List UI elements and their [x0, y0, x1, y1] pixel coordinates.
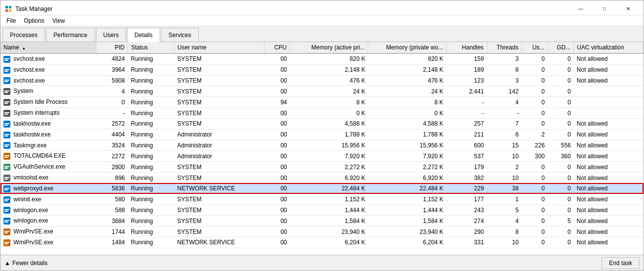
process-name: Taskmgr.exe: [13, 142, 46, 149]
cell-username: SYSTEM: [174, 86, 264, 97]
end-task-button[interactable]: End task: [601, 257, 640, 269]
fewer-details-button[interactable]: ▲ Fewer details: [4, 260, 47, 267]
cell-name: VGAuthService.exe: [0, 162, 96, 173]
cell-cpu: 00: [264, 205, 290, 216]
maximize-button[interactable]: □: [593, 4, 616, 14]
minimize-button[interactable]: —: [569, 4, 592, 14]
table-row[interactable]: System Idle Process 0 Running SYSTEM 94 …: [0, 97, 644, 108]
tab-details[interactable]: Details: [127, 28, 160, 42]
process-icon: [3, 153, 10, 160]
cell-pid: -: [96, 108, 128, 119]
close-button[interactable]: ✕: [617, 4, 640, 14]
table-row[interactable]: svchost.exe 3964 Running SYSTEM 00 2,148…: [0, 64, 644, 75]
process-icon: [3, 88, 10, 95]
table-row[interactable]: winlogon.exe 3684 Running SYSTEM 00 1,58…: [0, 216, 644, 226]
process-table-container[interactable]: Name ▲ PID Status User name CPU Memory (…: [0, 42, 644, 255]
cell-threads: 4: [487, 97, 521, 108]
table-row[interactable]: svchost.exe 5908 Running SYSTEM 00 476 K…: [0, 75, 644, 86]
col-header-uac[interactable]: UAC virtualization: [574, 42, 644, 53]
tab-performance[interactable]: Performance: [46, 28, 95, 42]
cell-uac: Not allowed: [574, 216, 644, 226]
title-bar-left: Task Manager: [4, 5, 52, 13]
table-row[interactable]: Taskmgr.exe 3524 Running Administrator 0…: [0, 140, 644, 151]
cell-mem-private: 1,788 K: [368, 129, 446, 140]
cell-mem-active: 820 K: [290, 53, 368, 64]
col-header-status[interactable]: Status: [128, 42, 174, 53]
cell-cpu: 00: [264, 162, 290, 173]
table-row[interactable]: taskhostw.exe 2572 Running SYSTEM 00 4,5…: [0, 118, 644, 129]
table-row[interactable]: taskhostw.exe 4404 Running Administrator…: [0, 129, 644, 140]
table-row[interactable]: VGAuthService.exe 2800 Running SYSTEM 00…: [0, 162, 644, 173]
tab-processes[interactable]: Processes: [2, 28, 45, 42]
tab-users[interactable]: Users: [96, 28, 126, 42]
cell-gd: 360: [548, 151, 574, 162]
cell-us: 0: [521, 86, 548, 97]
cell-cpu: 00: [264, 108, 290, 119]
process-name: System interrupts: [13, 109, 59, 116]
table-row[interactable]: WmiPrvSE.exe 1744 Running SYSTEM 00 23,9…: [0, 226, 644, 237]
col-header-pid[interactable]: PID: [96, 42, 128, 53]
cell-uac: Not allowed: [574, 53, 644, 64]
cell-threads: 2: [487, 162, 521, 173]
col-header-mem-private[interactable]: Memory (private wo...: [368, 42, 446, 53]
process-icon: [3, 239, 10, 246]
cell-gd: 0: [548, 194, 574, 205]
cell-gd: 0: [548, 97, 574, 108]
cell-us: 0: [521, 216, 548, 226]
col-header-cpu[interactable]: CPU: [264, 42, 290, 53]
cell-uac: [574, 97, 644, 108]
table-row[interactable]: webproxyd.exe 5836 Running NETWORK SERVI…: [0, 183, 644, 194]
table-row[interactable]: svchost.exe 4824 Running SYSTEM 00 820 K…: [0, 53, 644, 64]
col-header-handles[interactable]: Handles: [446, 42, 487, 53]
cell-gd: 5: [548, 216, 574, 226]
svg-rect-1: [9, 6, 11, 8]
cell-name: winlogon.exe: [0, 216, 96, 226]
process-name: wininit.exe: [13, 196, 41, 203]
cell-mem-private: 8 K: [368, 97, 446, 108]
table-row[interactable]: System interrupts - Running SYSTEM 00 0 …: [0, 108, 644, 119]
cell-status: Running: [128, 64, 174, 75]
menu-view[interactable]: View: [48, 16, 69, 25]
tab-services[interactable]: Services: [161, 28, 199, 42]
process-icon: [3, 121, 10, 128]
cell-cpu: 00: [264, 118, 290, 129]
table-row[interactable]: winlogon.exe 588 Running SYSTEM 00 1,444…: [0, 205, 644, 216]
cell-cpu: 00: [264, 237, 290, 248]
col-header-username[interactable]: User name: [174, 42, 264, 53]
cell-name: wininit.exe: [0, 194, 96, 205]
cell-cpu: 00: [264, 75, 290, 86]
table-row[interactable]: WmiPrvSE.exe 1484 Running NETWORK SERVIC…: [0, 237, 644, 248]
table-row[interactable]: TOTALCMD64.EXE 2272 Running Administrato…: [0, 151, 644, 162]
cell-handles: 243: [446, 205, 487, 216]
menu-file[interactable]: File: [2, 16, 20, 25]
col-header-name[interactable]: Name ▲: [0, 42, 96, 53]
cell-uac: Not allowed: [574, 162, 644, 173]
svg-rect-6: [4, 60, 8, 61]
cell-name: System: [0, 86, 96, 97]
table-row[interactable]: wininit.exe 580 Running SYSTEM 00 1,152 …: [0, 194, 644, 205]
cell-pid: 580: [96, 194, 128, 205]
cell-mem-active: 8 K: [290, 97, 368, 108]
col-header-gd[interactable]: GD...: [548, 42, 574, 53]
cell-handles: 274: [446, 216, 487, 226]
cell-us: 0: [521, 183, 548, 194]
cell-handles: -: [446, 108, 487, 119]
cell-handles: 537: [446, 151, 487, 162]
col-header-threads[interactable]: Threads: [487, 42, 521, 53]
cell-mem-private: 1,152 K: [368, 194, 446, 205]
cell-mem-private: 6,204 K: [368, 237, 446, 248]
process-icon: [3, 185, 10, 192]
svg-rect-35: [4, 166, 9, 167]
process-name: winlogon.exe: [13, 207, 48, 214]
cell-pid: 5836: [96, 183, 128, 194]
cell-pid: 1744: [96, 226, 128, 237]
table-row[interactable]: System 4 Running SYSTEM 00 24 K 24 K 2,4…: [0, 86, 644, 97]
cell-us: 0: [521, 97, 548, 108]
cell-mem-active: 6,920 K: [290, 173, 368, 183]
table-row[interactable]: vmtoolsd.exe 896 Running SYSTEM 00 6,920…: [0, 173, 644, 183]
cell-pid: 896: [96, 173, 128, 183]
process-name: svchost.exe: [13, 55, 44, 62]
menu-options[interactable]: Options: [20, 16, 48, 25]
col-header-us[interactable]: Us...: [521, 42, 548, 53]
col-header-mem-active[interactable]: Memory (active pri...: [290, 42, 368, 53]
